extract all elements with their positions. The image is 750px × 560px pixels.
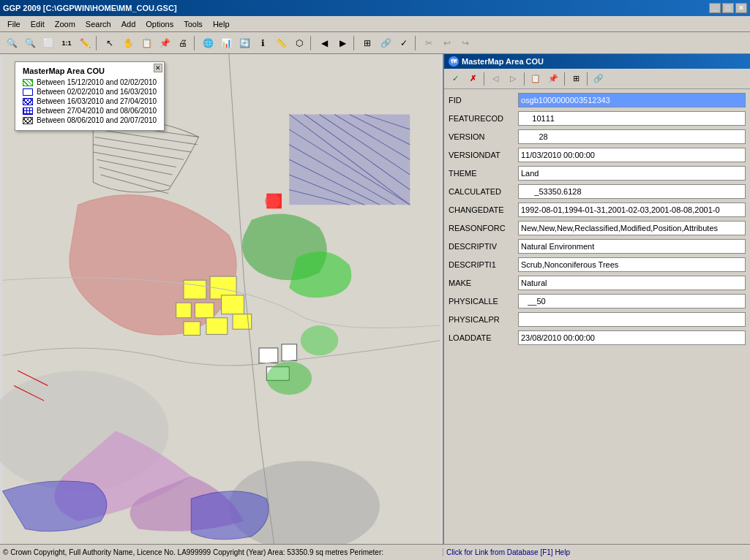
field-input-physicalpr[interactable] bbox=[518, 312, 746, 327]
area-button[interactable]: ⬡ bbox=[290, 34, 308, 52]
attr-panel-title: MasterMap Area COU bbox=[462, 57, 544, 66]
zoom-full-button[interactable]: 🌐 bbox=[199, 34, 217, 52]
legend-item-3: Between 27/04/2010 and 08/06/2010 bbox=[23, 107, 157, 115]
print-button[interactable]: 🖨 bbox=[174, 34, 192, 52]
grid-button[interactable]: ⊞ bbox=[359, 34, 376, 52]
menu-add[interactable]: Add bbox=[117, 18, 140, 30]
field-row-0: FID bbox=[449, 92, 746, 108]
map-background: ✕ MasterMap Area COU Between 15/12/2010 … bbox=[0, 54, 443, 544]
menu-help[interactable]: Help bbox=[209, 18, 234, 30]
check-button[interactable]: ✓ bbox=[395, 34, 413, 52]
zoom-11-button[interactable]: 1:1 bbox=[58, 34, 75, 52]
paste-button[interactable]: 📌 bbox=[156, 34, 173, 52]
legend-label-2: Between 16/03/2010 and 27/04/2010 bbox=[37, 97, 157, 105]
attr-toolbar-sep-2 bbox=[524, 72, 525, 86]
map-area[interactable]: ✕ MasterMap Area COU Between 15/12/2010 … bbox=[0, 54, 443, 544]
field-input-descriptiv[interactable] bbox=[518, 239, 746, 254]
menu-file[interactable]: File bbox=[3, 18, 25, 30]
menu-edit[interactable]: Edit bbox=[26, 18, 49, 30]
attr-copy-btn[interactable]: 📋 bbox=[528, 71, 544, 87]
field-input-descripti1[interactable] bbox=[518, 257, 746, 272]
measure-button[interactable]: 📏 bbox=[272, 34, 290, 52]
attr-check-button[interactable]: ✓ bbox=[447, 71, 463, 87]
field-label-10: MAKE bbox=[449, 279, 518, 287]
zoom-in-button[interactable]: 🔍 bbox=[3, 34, 20, 52]
toolbar-sep-2 bbox=[194, 36, 197, 50]
field-input-theme[interactable] bbox=[518, 166, 746, 181]
field-label-3: VERSIONDAT bbox=[449, 151, 518, 159]
field-label-11: PHYSICALLE bbox=[449, 297, 518, 306]
info-button[interactable]: ℹ bbox=[254, 34, 271, 52]
copy-button[interactable]: 📋 bbox=[138, 34, 155, 52]
field-input-loaddate[interactable] bbox=[518, 330, 746, 345]
pencil-button[interactable]: ✏️ bbox=[76, 34, 94, 52]
field-label-6: CHANGEDATE bbox=[449, 205, 518, 214]
field-row-13: LOADDATE bbox=[449, 330, 746, 346]
field-input-changedate[interactable] bbox=[518, 203, 746, 217]
svg-rect-34 bbox=[282, 344, 297, 361]
attr-cancel-button[interactable]: ✗ bbox=[465, 71, 481, 87]
attr-paste-btn[interactable]: 📌 bbox=[545, 71, 561, 87]
toolbar-sep-5 bbox=[415, 36, 418, 50]
select-button[interactable]: ↖ bbox=[101, 34, 119, 52]
app-title: GGP 2009 [C:\GGPWIN\HOME\MM_COU.GSC] bbox=[3, 4, 177, 12]
cut-button: ✂ bbox=[420, 34, 438, 52]
attr-info-btn[interactable]: 🔗 bbox=[590, 71, 607, 87]
menu-search[interactable]: Search bbox=[81, 18, 116, 30]
menu-zoom[interactable]: Zoom bbox=[50, 18, 80, 30]
close-button[interactable]: ✕ bbox=[735, 3, 747, 13]
back-button[interactable]: ◀ bbox=[315, 34, 333, 52]
status-right: Click for Link from Database [F1] Help bbox=[443, 548, 750, 556]
field-row-11: PHYSICALLE bbox=[449, 293, 746, 309]
attr-back-button[interactable]: ◁ bbox=[487, 71, 503, 87]
layer-button[interactable]: 📊 bbox=[217, 34, 235, 52]
legend-swatch-4 bbox=[23, 117, 33, 124]
field-label-13: LOADDATE bbox=[449, 333, 518, 342]
field-input-reasonforc[interactable] bbox=[518, 221, 746, 235]
field-input-featurecod[interactable] bbox=[518, 111, 746, 126]
field-input-fid[interactable] bbox=[518, 93, 746, 107]
field-input-calculated[interactable] bbox=[518, 184, 746, 199]
redraw-button[interactable]: 🔄 bbox=[236, 34, 253, 52]
menu-options[interactable]: Options bbox=[141, 18, 178, 30]
minimize-button[interactable]: _ bbox=[709, 3, 721, 13]
attr-toolbar-sep-1 bbox=[484, 72, 484, 86]
status-bar: © Crown Copyright, Full Authority Name, … bbox=[0, 544, 750, 560]
svg-rect-28 bbox=[222, 295, 244, 314]
field-label-7: REASONFORC bbox=[449, 224, 518, 232]
attr-multiline-btn[interactable]: ⊞ bbox=[568, 71, 584, 87]
legend-swatch-2 bbox=[23, 98, 33, 105]
field-row-7: REASONFORC bbox=[449, 220, 746, 236]
menu-tools[interactable]: Tools bbox=[179, 18, 207, 30]
zoom-window-button[interactable]: ⬜ bbox=[40, 34, 57, 52]
forward-button[interactable]: ▶ bbox=[334, 34, 351, 52]
svg-rect-27 bbox=[195, 303, 214, 318]
field-input-make[interactable] bbox=[518, 276, 746, 290]
zoom-out-button[interactable]: 🔍 bbox=[21, 34, 39, 52]
legend-box: ✕ MasterMap Area COU Between 15/12/2010 … bbox=[15, 61, 165, 131]
legend-close-button[interactable]: ✕ bbox=[154, 64, 162, 72]
legend-swatch-1 bbox=[23, 88, 33, 96]
title-bar: GGP 2009 [C:\GGPWIN\HOME\MM_COU.GSC] _ □… bbox=[0, 0, 750, 16]
field-input-version[interactable] bbox=[518, 129, 746, 144]
field-label-2: VERSION bbox=[449, 132, 518, 141]
svg-point-36 bbox=[301, 325, 339, 355]
field-row-1: FEATURECOD bbox=[449, 110, 746, 126]
field-input-physicalle[interactable] bbox=[518, 294, 746, 309]
snap-button[interactable]: 🔗 bbox=[377, 34, 394, 52]
field-label-8: DESCRIPTIV bbox=[449, 242, 518, 251]
window-controls: _ □ ✕ bbox=[709, 3, 747, 13]
attr-title-icon: 🗺 bbox=[449, 56, 459, 67]
legend-item-4: Between 08/06/2010 and 20/07/2010 bbox=[23, 116, 157, 124]
field-label-12: PHYSICALPR bbox=[449, 315, 518, 324]
attr-form: FIDFEATURECODVERSIONVERSIONDATTHEMECALCU… bbox=[444, 89, 750, 544]
svg-point-16 bbox=[265, 194, 280, 209]
maximize-button[interactable]: □ bbox=[722, 3, 734, 13]
field-input-versiondat[interactable] bbox=[518, 148, 746, 162]
field-label-0: FID bbox=[449, 96, 518, 105]
legend-label-3: Between 27/04/2010 and 08/06/2010 bbox=[37, 107, 157, 115]
pan-button[interactable]: ✋ bbox=[119, 34, 137, 52]
attr-forward-button[interactable]: ▷ bbox=[505, 71, 521, 87]
field-row-12: PHYSICALPR bbox=[449, 311, 746, 328]
field-row-3: VERSIONDAT bbox=[449, 147, 746, 163]
